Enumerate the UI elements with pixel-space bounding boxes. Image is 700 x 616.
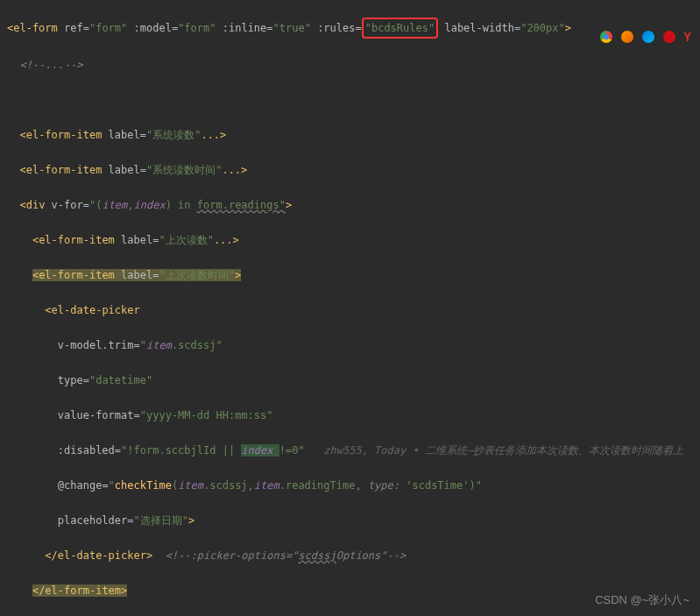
code-line: <!--...-->	[7, 56, 693, 74]
code-line	[7, 91, 693, 109]
code-line: v-model.trim="item.scdssj"	[7, 336, 693, 354]
opera-icon[interactable]	[663, 31, 675, 43]
code-editor[interactable]: <el-form ref="form" :model="form" :inlin…	[0, 0, 700, 616]
code-line: </el-date-picker> <!--:picker-options="s…	[7, 547, 693, 564]
firefox-icon[interactable]	[621, 31, 633, 43]
code-line: @change="checkTime(item.scdssj,item.read…	[7, 477, 693, 494]
watermark: CSDN @~张小八~	[595, 591, 689, 609]
code-line: <el-form ref="form" :model="form" :inlin…	[7, 18, 693, 39]
code-line: <el-date-picker	[7, 301, 693, 319]
edge-icon[interactable]	[642, 31, 654, 43]
highlight-bcdsRules: "bcdsRules"	[362, 18, 438, 39]
code-line: <el-form-item label="系统读数时间"...>	[7, 161, 693, 179]
git-annotation: zhw555, Today • 二维系统—抄表任务添加本次读数、本次读数时间随着…	[305, 444, 684, 457]
code-line: :disabled="!form.sccbjlId || index !=0" …	[7, 442, 693, 459]
code-line: <div v-for="(item,index) in form.reading…	[7, 196, 693, 214]
chrome-icon[interactable]	[600, 31, 612, 43]
code-line: <el-form-item label="上次读数时间">	[7, 266, 693, 284]
code-line: type="datetime"	[7, 372, 693, 389]
code-line: <el-form-item label="系统读数"...>	[7, 126, 693, 144]
code-line: </el-form-item>	[7, 582, 693, 599]
code-line: <el-form-item label="上次读数"...>	[7, 231, 693, 249]
browser-icons: Y	[600, 28, 691, 46]
code-line: value-format="yyyy-MM-dd HH:mm:ss"	[7, 407, 693, 424]
code-line: placeholder="选择日期">	[7, 512, 693, 529]
yandex-icon[interactable]: Y	[684, 28, 691, 46]
